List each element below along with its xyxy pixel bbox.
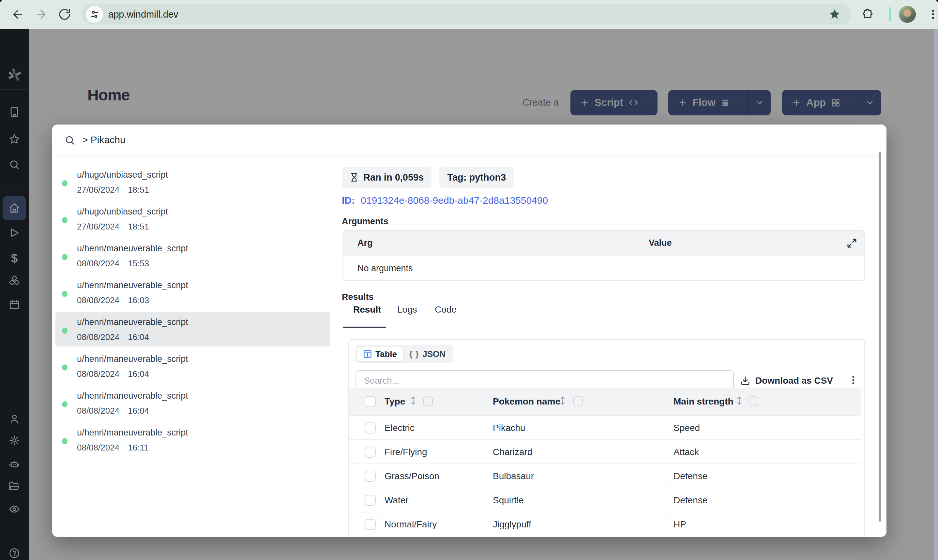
page-scrollbar[interactable] [934, 29, 938, 560]
site-settings-icon[interactable] [86, 6, 103, 23]
sort-icon[interactable] [736, 396, 742, 406]
view-toggle-table-label: Table [376, 349, 397, 359]
view-toggle-json-label: JSON [422, 349, 445, 359]
filter-checkbox[interactable] [749, 396, 758, 406]
success-dot-icon [62, 254, 68, 260]
view-toggle-table[interactable]: Table [357, 346, 403, 362]
row-checkbox[interactable] [365, 495, 376, 506]
cell-pokemon: Charizard [493, 447, 532, 457]
row-checkbox[interactable] [365, 471, 376, 482]
cell-pokemon: Pikachu [493, 423, 525, 433]
active-tab-underline [343, 327, 386, 328]
run-name: u/henri/maneuverable_script [77, 354, 188, 364]
expand-icon[interactable] [847, 238, 857, 248]
table-row[interactable]: Fire/Flying Charizard Attack [349, 439, 861, 463]
success-dot-icon [62, 365, 68, 371]
cell-strength: HP [673, 519, 686, 530]
select-all-checkbox[interactable] [365, 396, 376, 407]
search-icon [65, 135, 75, 145]
table-row[interactable]: Grass/Poison Bulbasaur Defense [349, 463, 861, 488]
row-checkbox[interactable] [365, 422, 376, 434]
filter-checkbox[interactable] [573, 396, 583, 406]
cell-type: Electric [385, 423, 414, 433]
cell-strength: Defense [673, 495, 707, 506]
results-tabs: Result Logs Code [52, 305, 886, 327]
extensions-puzzle-icon[interactable] [862, 8, 874, 20]
table-row[interactable]: Normal/Fairy Jigglypuff HP [349, 512, 861, 536]
run-id-line: ID: 0191324e-8068-9edb-ab47-2d8a13550490 [342, 195, 548, 206]
cell-strength: Attack [673, 447, 699, 457]
browser-reload-icon[interactable] [58, 8, 71, 21]
run-list: u/hugo/unbiased_script 27/06/202418:51 u… [52, 155, 332, 537]
row-checkbox[interactable] [365, 519, 376, 530]
url-text[interactable]: app.windmill.dev [108, 9, 178, 20]
cell-pokemon: Bulbasaur [493, 471, 534, 482]
arguments-table: Arg Value No arguments [342, 230, 865, 281]
tag-badge: Tag: python3 [439, 167, 514, 188]
modal-scrollbar[interactable] [879, 152, 881, 522]
run-list-item[interactable]: u/henri/maneuverable_script 08/08/202415… [55, 238, 330, 273]
browser-profile-avatar[interactable] [899, 6, 916, 23]
table-menu-icon[interactable] [847, 374, 859, 386]
no-arguments-label: No arguments [357, 263, 413, 274]
col-arg-label: Arg [357, 238, 373, 248]
run-badges: Ran in 0,059s Tag: python3 [342, 167, 514, 188]
tab-logs[interactable]: Logs [397, 305, 417, 315]
run-name: u/henri/maneuverable_script [77, 391, 188, 401]
run-name: u/henri/maneuverable_script [77, 428, 188, 438]
hourglass-icon [350, 173, 359, 182]
sort-icon[interactable] [559, 396, 566, 406]
run-datetime: 08/08/202416:04 [77, 406, 149, 416]
browser-back-icon[interactable] [11, 8, 24, 21]
arguments-empty-row: No arguments [343, 255, 864, 281]
modal-search-row: > Pikachu [52, 125, 886, 155]
table-row[interactable]: Water Squirtle Defense [349, 488, 861, 512]
filter-checkbox[interactable] [423, 396, 433, 406]
success-dot-icon [62, 217, 68, 223]
col-value-label: Value [649, 238, 672, 248]
results-title: Results [342, 292, 374, 302]
tab-group-separator [889, 7, 891, 22]
row-checkbox[interactable] [365, 446, 376, 458]
run-datetime: 27/06/202418:51 [77, 185, 149, 195]
tab-result[interactable]: Result [353, 305, 381, 315]
browser-menu-icon[interactable] [927, 8, 938, 20]
modal-search-input[interactable]: > Pikachu [82, 134, 126, 145]
browser-forward-icon[interactable] [35, 8, 48, 21]
braces-icon: { } [409, 349, 419, 359]
col-type-label: Type [385, 396, 405, 407]
address-bar[interactable]: app.windmill.dev [82, 4, 851, 25]
run-list-item[interactable]: u/henri/maneuverable_script 08/08/202416… [55, 422, 330, 457]
table-row[interactable]: Electric Pikachu Speed [349, 415, 861, 439]
table-icon [363, 349, 372, 358]
download-icon [740, 376, 750, 386]
tag-badge-label: Tag: python3 [447, 172, 506, 183]
result-card: Table { } JSON Download as CSV Type [348, 339, 865, 537]
run-name: u/hugo/unbiased_script [77, 170, 168, 180]
col-pokemon-label: Pokemon name [493, 396, 560, 407]
arguments-title: Arguments [342, 217, 388, 226]
run-list-item[interactable]: u/henri/maneuverable_script 08/08/202416… [55, 349, 330, 383]
run-id-link[interactable]: 0191324e-8068-9edb-ab47-2d8a13550490 [361, 195, 548, 206]
run-list-item[interactable]: u/hugo/unbiased_script 27/06/202418:51 [55, 202, 330, 236]
result-table-header: Type Pokemon name Main strength [349, 388, 861, 415]
run-name: u/henri/maneuverable_script [77, 243, 188, 254]
success-dot-icon [62, 438, 68, 444]
cell-strength: Speed [673, 423, 700, 433]
download-csv-label: Download as CSV [755, 375, 833, 386]
run-name: u/henri/maneuverable_script [77, 280, 188, 291]
tab-code[interactable]: Code [435, 305, 457, 315]
run-list-item[interactable]: u/hugo/unbiased_script 27/06/202418:51 [55, 165, 330, 199]
run-datetime: 08/08/202416:04 [77, 369, 149, 379]
run-name: u/hugo/unbiased_script [77, 207, 168, 217]
bookmark-star-icon[interactable] [829, 8, 841, 20]
run-list-item[interactable]: u/henri/maneuverable_script 08/08/202416… [55, 386, 330, 420]
duration-badge: Ran in 0,059s [342, 167, 431, 188]
run-datetime: 08/08/202415:53 [77, 258, 149, 269]
sort-icon[interactable] [410, 396, 416, 406]
view-toggle-json[interactable]: { } JSON [404, 346, 451, 362]
run-datetime: 08/08/202416:11 [77, 443, 148, 453]
run-search-modal: > Pikachu u/hugo/unbiased_script 27/06/2… [52, 125, 886, 537]
result-table: Type Pokemon name Main strength [349, 388, 861, 536]
arguments-table-header: Arg Value [343, 231, 864, 255]
